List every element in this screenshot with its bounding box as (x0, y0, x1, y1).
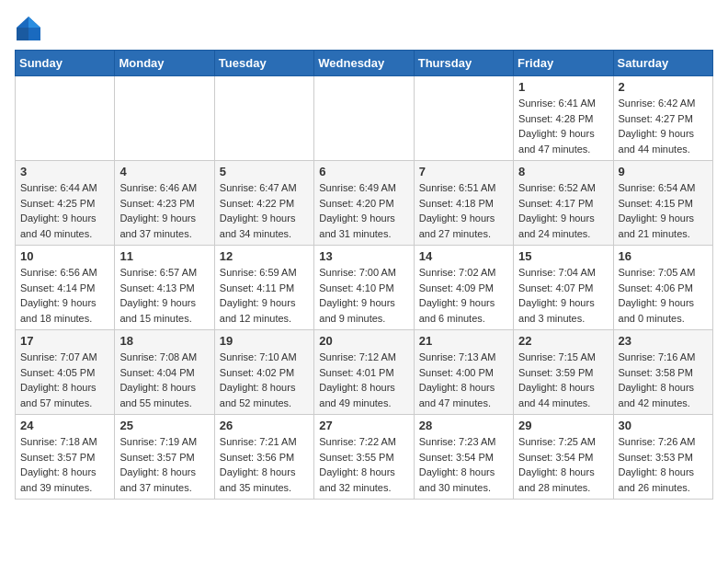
day-info: Sunrise: 7:25 AM Sunset: 3:54 PM Dayligh… (518, 434, 608, 495)
day-info: Sunrise: 6:49 AM Sunset: 4:20 PM Dayligh… (319, 180, 408, 241)
day-info: Sunrise: 7:10 AM Sunset: 4:02 PM Dayligh… (220, 350, 309, 410)
day-info: Sunrise: 6:47 AM Sunset: 4:22 PM Dayligh… (220, 180, 309, 241)
day-info: Sunrise: 6:46 AM Sunset: 4:23 PM Dayligh… (119, 180, 209, 241)
day-info: Sunrise: 6:57 AM Sunset: 4:13 PM Dayligh… (119, 265, 209, 326)
calendar-cell: 21Sunrise: 7:13 AM Sunset: 4:00 PM Dayli… (414, 330, 513, 415)
day-info: Sunrise: 7:05 AM Sunset: 4:06 PM Dayligh… (619, 265, 708, 326)
day-number: 17 (20, 334, 109, 348)
day-number: 6 (319, 165, 408, 178)
day-number: 8 (518, 165, 608, 178)
day-info: Sunrise: 7:26 AM Sunset: 3:53 PM Dayligh… (619, 434, 708, 495)
calendar-week-row: 17Sunrise: 7:07 AM Sunset: 4:05 PM Dayli… (16, 330, 713, 415)
day-info: Sunrise: 6:51 AM Sunset: 4:18 PM Dayligh… (419, 180, 508, 241)
calendar-cell: 11Sunrise: 6:57 AM Sunset: 4:13 PM Dayli… (115, 246, 214, 330)
day-info: Sunrise: 7:18 AM Sunset: 3:57 PM Dayligh… (20, 434, 109, 495)
day-info: Sunrise: 7:13 AM Sunset: 4:00 PM Dayligh… (419, 350, 508, 410)
day-info: Sunrise: 7:12 AM Sunset: 4:01 PM Dayligh… (319, 350, 408, 410)
day-number: 15 (518, 249, 608, 263)
day-info: Sunrise: 7:16 AM Sunset: 3:58 PM Dayligh… (619, 350, 708, 410)
calendar-cell: 12Sunrise: 6:59 AM Sunset: 4:11 PM Dayli… (214, 246, 313, 330)
calendar-day-header: Thursday (414, 51, 513, 76)
calendar-cell: 28Sunrise: 7:23 AM Sunset: 3:54 PM Dayli… (414, 415, 513, 500)
calendar-cell: 10Sunrise: 6:56 AM Sunset: 4:14 PM Dayli… (16, 246, 115, 330)
page-header (15, 15, 713, 42)
day-number: 14 (419, 249, 508, 263)
calendar-week-row: 1Sunrise: 6:41 AM Sunset: 4:28 PM Daylig… (16, 76, 713, 161)
calendar-cell (414, 76, 513, 161)
calendar-cell: 1Sunrise: 6:41 AM Sunset: 4:28 PM Daylig… (514, 76, 613, 161)
calendar-cell: 29Sunrise: 7:25 AM Sunset: 3:54 PM Dayli… (514, 415, 613, 500)
calendar-body: 1Sunrise: 6:41 AM Sunset: 4:28 PM Daylig… (16, 76, 713, 500)
day-info: Sunrise: 6:52 AM Sunset: 4:17 PM Dayligh… (518, 180, 608, 241)
day-number: 27 (319, 419, 408, 432)
day-number: 2 (619, 80, 708, 94)
calendar-week-row: 10Sunrise: 6:56 AM Sunset: 4:14 PM Dayli… (16, 246, 713, 330)
day-info: Sunrise: 7:19 AM Sunset: 3:57 PM Dayligh… (119, 434, 209, 495)
calendar-cell: 23Sunrise: 7:16 AM Sunset: 3:58 PM Dayli… (613, 330, 712, 415)
day-number: 22 (518, 334, 608, 348)
calendar-day-header: Friday (514, 51, 613, 76)
calendar-week-row: 24Sunrise: 7:18 AM Sunset: 3:57 PM Dayli… (16, 415, 713, 500)
day-number: 28 (419, 419, 508, 432)
calendar-cell: 18Sunrise: 7:08 AM Sunset: 4:04 PM Dayli… (115, 330, 214, 415)
calendar-day-header: Tuesday (214, 51, 313, 76)
day-number: 9 (619, 165, 708, 178)
calendar-cell: 5Sunrise: 6:47 AM Sunset: 4:22 PM Daylig… (214, 161, 313, 246)
day-number: 11 (119, 249, 209, 263)
day-info: Sunrise: 7:04 AM Sunset: 4:07 PM Dayligh… (518, 265, 608, 326)
calendar-cell: 27Sunrise: 7:22 AM Sunset: 3:55 PM Dayli… (314, 415, 414, 500)
calendar-day-header: Saturday (613, 51, 712, 76)
calendar-cell: 15Sunrise: 7:04 AM Sunset: 4:07 PM Dayli… (514, 246, 613, 330)
logo-icon (15, 15, 42, 42)
day-number: 25 (119, 419, 209, 432)
calendar-day-header: Monday (115, 51, 214, 76)
calendar-cell: 17Sunrise: 7:07 AM Sunset: 4:05 PM Dayli… (16, 330, 115, 415)
day-info: Sunrise: 7:15 AM Sunset: 3:59 PM Dayligh… (518, 350, 608, 410)
day-info: Sunrise: 7:07 AM Sunset: 4:05 PM Dayligh… (20, 350, 109, 410)
day-number: 12 (220, 249, 309, 263)
day-info: Sunrise: 6:59 AM Sunset: 4:11 PM Dayligh… (220, 265, 309, 326)
calendar-cell: 6Sunrise: 6:49 AM Sunset: 4:20 PM Daylig… (314, 161, 414, 246)
day-number: 24 (20, 419, 109, 432)
day-number: 7 (419, 165, 508, 178)
calendar-cell: 24Sunrise: 7:18 AM Sunset: 3:57 PM Dayli… (16, 415, 115, 500)
day-number: 19 (220, 334, 309, 348)
day-info: Sunrise: 7:23 AM Sunset: 3:54 PM Dayligh… (419, 434, 508, 495)
day-number: 1 (518, 80, 608, 94)
calendar-cell (16, 76, 115, 161)
day-number: 13 (319, 249, 408, 263)
day-number: 21 (419, 334, 508, 348)
calendar-cell: 22Sunrise: 7:15 AM Sunset: 3:59 PM Dayli… (514, 330, 613, 415)
day-info: Sunrise: 6:54 AM Sunset: 4:15 PM Dayligh… (619, 180, 708, 241)
calendar-cell: 30Sunrise: 7:26 AM Sunset: 3:53 PM Dayli… (613, 415, 712, 500)
calendar-day-header: Sunday (16, 51, 115, 76)
calendar-cell: 26Sunrise: 7:21 AM Sunset: 3:56 PM Dayli… (214, 415, 313, 500)
calendar-cell: 2Sunrise: 6:42 AM Sunset: 4:27 PM Daylig… (613, 76, 712, 161)
day-number: 3 (20, 165, 109, 178)
calendar-header: SundayMondayTuesdayWednesdayThursdayFrid… (16, 51, 713, 76)
logo (15, 15, 46, 42)
day-info: Sunrise: 6:44 AM Sunset: 4:25 PM Dayligh… (20, 180, 109, 241)
day-info: Sunrise: 6:41 AM Sunset: 4:28 PM Dayligh… (518, 96, 608, 156)
calendar-cell: 3Sunrise: 6:44 AM Sunset: 4:25 PM Daylig… (16, 161, 115, 246)
day-info: Sunrise: 7:08 AM Sunset: 4:04 PM Dayligh… (119, 350, 209, 410)
calendar-cell: 19Sunrise: 7:10 AM Sunset: 4:02 PM Dayli… (214, 330, 313, 415)
day-info: Sunrise: 7:22 AM Sunset: 3:55 PM Dayligh… (319, 434, 408, 495)
calendar-cell: 25Sunrise: 7:19 AM Sunset: 3:57 PM Dayli… (115, 415, 214, 500)
calendar-table: SundayMondayTuesdayWednesdayThursdayFrid… (15, 50, 713, 500)
day-number: 29 (518, 419, 608, 432)
day-number: 18 (119, 334, 209, 348)
calendar-week-row: 3Sunrise: 6:44 AM Sunset: 4:25 PM Daylig… (16, 161, 713, 246)
svg-marker-1 (28, 17, 40, 28)
calendar-cell: 14Sunrise: 7:02 AM Sunset: 4:09 PM Dayli… (414, 246, 513, 330)
day-number: 5 (220, 165, 309, 178)
svg-marker-2 (17, 28, 28, 40)
day-info: Sunrise: 6:56 AM Sunset: 4:14 PM Dayligh… (20, 265, 109, 326)
day-info: Sunrise: 7:02 AM Sunset: 4:09 PM Dayligh… (419, 265, 508, 326)
day-number: 4 (119, 165, 209, 178)
day-number: 30 (619, 419, 708, 432)
calendar-cell: 9Sunrise: 6:54 AM Sunset: 4:15 PM Daylig… (613, 161, 712, 246)
day-number: 23 (619, 334, 708, 348)
calendar-cell: 4Sunrise: 6:46 AM Sunset: 4:23 PM Daylig… (115, 161, 214, 246)
day-number: 20 (319, 334, 408, 348)
